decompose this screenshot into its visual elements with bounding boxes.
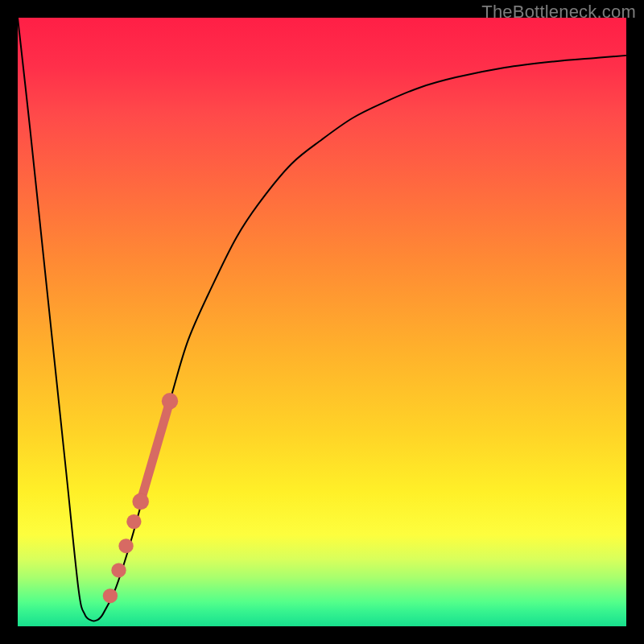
segment-end xyxy=(162,393,178,409)
marker-2 xyxy=(118,539,133,553)
chart-frame: TheBottleneck.com xyxy=(0,0,644,644)
chart-svg xyxy=(18,18,626,626)
plot-area xyxy=(18,18,626,626)
marker-thick-segment xyxy=(141,401,170,502)
segment-start xyxy=(133,493,149,510)
bottleneck-curve xyxy=(18,18,626,621)
marker-0 xyxy=(103,588,118,603)
marker-3 xyxy=(126,514,141,529)
watermark-text: TheBottleneck.com xyxy=(481,2,636,23)
marker-1 xyxy=(111,563,126,577)
